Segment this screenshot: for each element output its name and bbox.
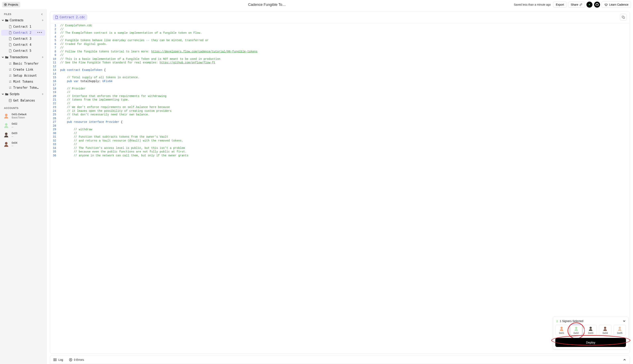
sidebar: FILES Contracts + Contract 1 Contract 2 … xyxy=(0,9,46,364)
line-number: 8 xyxy=(53,50,56,54)
code-line: // Total supply of all tokens in existen… xyxy=(60,76,258,80)
account-row[interactable]: 0x03-- xyxy=(0,130,46,140)
accounts-header: ACCOUNTS xyxy=(0,104,46,111)
line-number: 18 xyxy=(53,87,56,91)
link-icon xyxy=(580,3,582,6)
file-row[interactable]: Setup Account xyxy=(0,73,46,79)
file-row[interactable]: Contract 4 xyxy=(0,42,46,48)
chevron-up-icon xyxy=(623,358,626,361)
svg-point-6 xyxy=(5,114,8,116)
error-icon xyxy=(69,358,72,362)
signer-label: 0x01 xyxy=(559,332,564,334)
line-number: 14 xyxy=(53,72,56,76)
transaction-icon xyxy=(9,80,12,83)
svg-point-11 xyxy=(556,320,558,321)
signer-cell[interactable]: 0x01 xyxy=(555,325,568,336)
file-row[interactable]: Contract 3 xyxy=(0,36,46,42)
projects-button[interactable]: Projects xyxy=(2,2,20,8)
signer-label: 0x04 xyxy=(602,332,608,334)
file-row[interactable]: Contract 2 ••• xyxy=(1,30,45,36)
code-line: // The function's access level is public… xyxy=(60,146,258,150)
line-number: 36 xyxy=(53,154,56,158)
copy-button[interactable] xyxy=(620,14,627,21)
more-icon[interactable]: ••• xyxy=(37,31,44,34)
avatar-icon xyxy=(3,141,9,147)
transaction-icon xyxy=(9,86,12,89)
account-row[interactable]: 0x02-- xyxy=(0,120,46,130)
file-label: Setup Account xyxy=(13,74,37,78)
file-icon xyxy=(9,31,12,34)
footer-collapse[interactable] xyxy=(623,358,626,361)
code-line: // xyxy=(60,28,258,31)
code-line: // because even the public functions are… xyxy=(60,150,258,154)
file-row[interactable]: Mint Tokens xyxy=(0,79,46,85)
transaction-icon xyxy=(9,74,12,77)
tab-contract-2[interactable]: Contract 2.cdc xyxy=(53,14,87,20)
account-addr: 0x01-Default xyxy=(12,113,26,116)
file-row[interactable]: Get Balances xyxy=(0,98,46,104)
project-title: Cadence Fungible To… xyxy=(22,2,512,7)
line-number: 7 xyxy=(53,46,56,50)
line-number: 20 xyxy=(53,94,56,98)
folder-icon xyxy=(5,56,8,58)
file-label: Create Link xyxy=(13,68,33,72)
folder-contracts[interactable]: Contracts + xyxy=(0,17,46,24)
svg-rect-2 xyxy=(4,5,5,6)
line-number: 31 xyxy=(53,135,56,139)
chevron-down-icon xyxy=(2,56,4,58)
file-row[interactable]: Contract 5 xyxy=(0,48,46,54)
code-line: // and returns a Vault resource (@Vault)… xyxy=(60,139,258,143)
code-line: // Follow the fungible tokens tutorial t… xyxy=(60,50,258,54)
list-icon xyxy=(54,358,57,362)
signer-label: 0x05 xyxy=(617,332,622,334)
file-label: Basic Transfer xyxy=(13,62,38,66)
line-number: 27 xyxy=(53,120,56,124)
file-row[interactable]: Transfer Toke… xyxy=(0,85,46,91)
signer-cell[interactable]: 0x04 xyxy=(599,325,611,336)
file-icon xyxy=(9,43,12,46)
avatar-icon xyxy=(3,113,9,119)
signer-cell[interactable]: 0x03 xyxy=(584,325,597,336)
account-row[interactable]: 0x01-DefaultBasicToken xyxy=(0,111,46,120)
code-line: // xyxy=(60,102,258,106)
projects-label: Projects xyxy=(8,3,18,6)
code-line xyxy=(60,64,258,68)
folder-transactions[interactable]: Transactions + xyxy=(0,54,46,60)
signer-cell[interactable]: 0x05 xyxy=(614,325,626,336)
errors-tab[interactable]: 0 Errors xyxy=(69,358,84,362)
signer-cell[interactable]: 0x02 xyxy=(570,325,582,336)
code-line: // anyone in the network can call them, … xyxy=(60,154,258,158)
svg-point-8 xyxy=(5,133,8,135)
folder-scripts[interactable]: Scripts + xyxy=(0,91,46,98)
flow-icon[interactable] xyxy=(586,2,592,8)
svg-point-21 xyxy=(54,360,54,360)
add-transaction-button[interactable]: + xyxy=(40,55,45,60)
file-label: Contract 3 xyxy=(13,37,31,40)
code-line xyxy=(60,83,258,87)
file-row[interactable]: Basic Transfer xyxy=(0,60,46,66)
avatar-icon xyxy=(588,326,593,331)
code-line: // We don't enforce requirements on self… xyxy=(60,105,258,109)
add-script-button[interactable]: + xyxy=(40,92,45,96)
chevron-down-icon xyxy=(2,19,4,22)
line-number: 15 xyxy=(53,76,56,80)
deploy-button[interactable]: Deploy xyxy=(555,338,626,347)
code-line: pub resource interface Provider { xyxy=(60,120,258,124)
line-number: 26 xyxy=(53,116,56,120)
file-row[interactable]: Contract 1 xyxy=(0,24,46,30)
file-row[interactable]: Create Link xyxy=(0,66,46,73)
log-tab[interactable]: Log xyxy=(54,358,63,362)
line-number: 4 xyxy=(53,35,56,39)
editor-card: Contract 2.cdc 1234567891011121314151617… xyxy=(50,11,630,354)
share-button[interactable]: Share xyxy=(568,2,585,8)
line-number: 32 xyxy=(53,139,56,143)
code-editor[interactable]: 1234567891011121314151617181920212223242… xyxy=(50,23,630,353)
collapse-icon[interactable] xyxy=(41,13,43,16)
github-icon[interactable] xyxy=(594,2,600,8)
learn-cadence-button[interactable]: Learn Cadence xyxy=(602,2,631,8)
chevron-down-icon[interactable] xyxy=(623,320,626,322)
transaction-icon xyxy=(9,68,12,71)
account-row[interactable]: 0x04-- xyxy=(0,140,46,149)
add-contract-button[interactable]: + xyxy=(40,18,45,22)
export-button[interactable]: Export xyxy=(553,2,566,8)
